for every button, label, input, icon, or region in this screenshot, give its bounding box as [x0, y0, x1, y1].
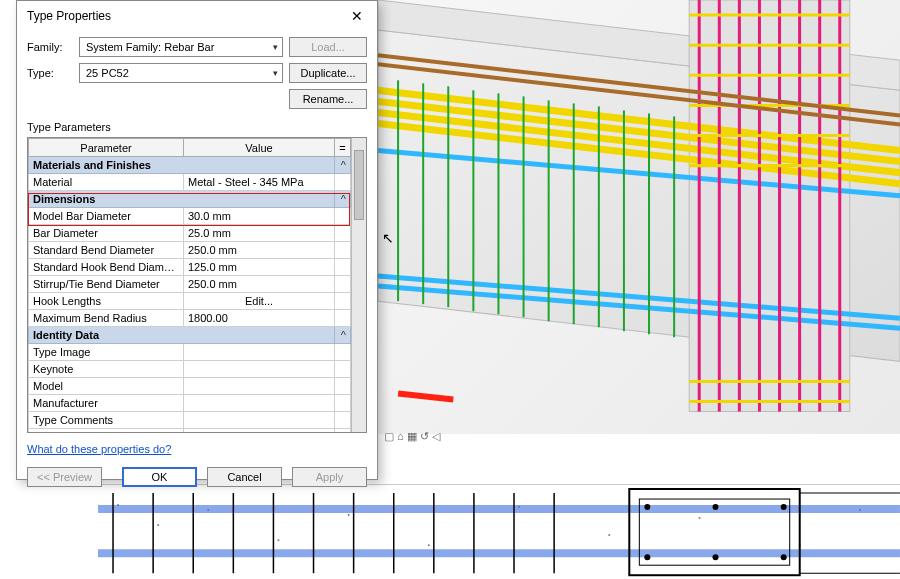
- family-label: Family:: [27, 41, 73, 53]
- grid-header-row: Parameter Value =: [29, 139, 351, 157]
- svg-line-40: [398, 393, 453, 399]
- param-row-model[interactable]: Model: [29, 378, 351, 395]
- close-button[interactable]: ✕: [343, 5, 371, 27]
- svg-point-43: [157, 524, 159, 526]
- svg-point-70: [713, 504, 719, 510]
- viewport-plan[interactable]: [98, 484, 900, 579]
- param-row-keynote[interactable]: Keynote: [29, 361, 351, 378]
- cancel-button[interactable]: Cancel: [207, 467, 282, 487]
- help-link[interactable]: What do these properties do?: [27, 443, 171, 455]
- grid-scrollbar[interactable]: [351, 138, 366, 432]
- svg-point-47: [428, 544, 430, 546]
- dialog-title: Type Properties: [27, 9, 111, 23]
- col-parameter[interactable]: Parameter: [29, 139, 184, 157]
- view-control-bar[interactable]: ▢ ⌂ ▦ ↺ ◁: [384, 430, 440, 443]
- type-parameters-label: Type Parameters: [17, 119, 377, 137]
- param-row-stirrup-tie-bend-diameter[interactable]: Stirrup/Tie Bend Diameter 250.0 mm: [29, 276, 351, 293]
- chevron-down-icon: ▾: [273, 68, 278, 78]
- section-materials: Materials and Finishes ^: [29, 157, 351, 174]
- type-value: 25 PC52: [86, 67, 129, 79]
- param-row-type-image[interactable]: Type Image: [29, 344, 351, 361]
- section-identity-data: Identity Data ^: [29, 327, 351, 344]
- svg-point-72: [644, 554, 650, 560]
- family-combobox[interactable]: System Family: Rebar Bar ▾: [79, 37, 283, 57]
- type-combobox[interactable]: 25 PC52 ▾: [79, 63, 283, 83]
- param-row-type-comments[interactable]: Type Comments: [29, 412, 351, 429]
- collapse-icon[interactable]: ^: [335, 191, 351, 208]
- apply-button: Apply: [292, 467, 367, 487]
- param-row-standard-hook-bend-diameter[interactable]: Standard Hook Bend Diameter 125.0 mm: [29, 259, 351, 276]
- svg-point-46: [348, 514, 350, 516]
- ok-button[interactable]: OK: [122, 467, 197, 487]
- type-properties-dialog: Type Properties ✕ Family: System Family:…: [16, 0, 378, 480]
- param-row-maximum-bend-radius[interactable]: Maximum Bend Radius 1800.00: [29, 310, 351, 327]
- col-value[interactable]: Value: [184, 139, 335, 157]
- section-dimensions: Dimensions ^: [29, 191, 351, 208]
- parameters-grid: Parameter Value = Materials and Finishes…: [27, 137, 367, 433]
- svg-point-45: [277, 539, 279, 541]
- param-row-material[interactable]: Material Metal - Steel - 345 MPa: [29, 174, 351, 191]
- collapse-icon[interactable]: ^: [335, 327, 351, 344]
- rename-button[interactable]: Rename...: [289, 89, 367, 109]
- edit-hook-lengths-button[interactable]: Edit...: [184, 293, 335, 310]
- titlebar: Type Properties ✕: [17, 1, 377, 31]
- param-row-hook-lengths[interactable]: Hook Lengths Edit...: [29, 293, 351, 310]
- duplicate-button[interactable]: Duplicate...: [289, 63, 367, 83]
- preview-button: << Preview: [27, 467, 102, 487]
- load-button: Load...: [289, 37, 367, 57]
- svg-point-69: [644, 504, 650, 510]
- param-row-bar-diameter[interactable]: Bar Diameter 25.0 mm: [29, 225, 351, 242]
- close-icon: ✕: [351, 8, 363, 24]
- svg-point-74: [781, 554, 787, 560]
- svg-point-49: [608, 534, 610, 536]
- scrollbar-thumb[interactable]: [354, 150, 364, 220]
- cursor-icon: ↖: [382, 230, 394, 246]
- family-value: System Family: Rebar Bar: [86, 41, 214, 53]
- type-label: Type:: [27, 67, 73, 79]
- svg-marker-2: [689, 0, 850, 412]
- col-equals[interactable]: =: [335, 139, 351, 157]
- param-row-manufacturer[interactable]: Manufacturer: [29, 395, 351, 412]
- collapse-icon[interactable]: ^: [335, 157, 351, 174]
- param-row-model-bar-diameter[interactable]: Model Bar Diameter 30.0 mm: [29, 208, 351, 225]
- chevron-down-icon: ▾: [273, 42, 278, 52]
- svg-point-73: [713, 554, 719, 560]
- svg-point-50: [698, 517, 700, 519]
- viewport-3d[interactable]: [378, 0, 900, 434]
- svg-point-71: [781, 504, 787, 510]
- param-row-standard-bend-diameter[interactable]: Standard Bend Diameter 250.0 mm: [29, 242, 351, 259]
- param-row-url[interactable]: URL: [29, 429, 351, 433]
